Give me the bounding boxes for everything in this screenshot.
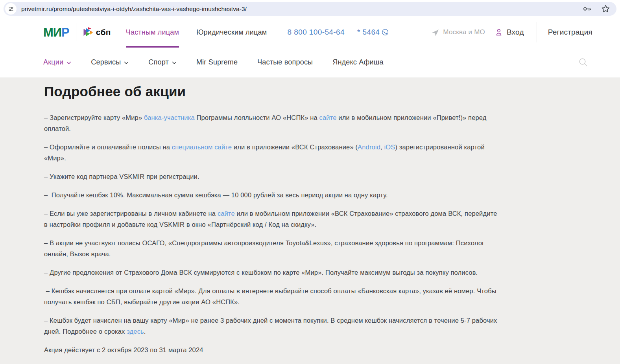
nav-item-label: Акции — [43, 58, 63, 66]
url-text: privetmir.ru/promo/puteshestviya-i-otdyh… — [21, 6, 247, 13]
nav-item-servisy[interactable]: Сервисы — [91, 58, 129, 66]
city-selector[interactable]: Москва и МО — [431, 28, 485, 37]
nav-item-sport[interactable]: Спорт — [148, 58, 177, 66]
inline-link[interactable]: банка-участника — [144, 114, 195, 121]
nav-item-label: Яндекс Афиша — [332, 58, 383, 66]
promo-paragraph: – Зарегистрируйте карту «Мир» банка-учас… — [44, 112, 502, 134]
search-button[interactable] — [578, 57, 589, 68]
phone-circle-icon — [382, 29, 389, 36]
paragraph-text: Программы лояльности АО «НСПК» на — [195, 114, 319, 121]
header-divider — [537, 22, 537, 42]
tab-legal-entities[interactable]: Юридическим лицам — [196, 18, 267, 47]
user-icon — [495, 28, 503, 37]
paragraph-text: – Если вы уже зарегистрированы в личном … — [44, 210, 218, 217]
promo-paragraph: – Кешбэк начисляется при оплате картой «… — [44, 285, 502, 307]
paragraph-text: – Кешбэк начисляется при оплате картой «… — [44, 287, 498, 305]
main-nav: АкцииСервисыСпортMir SupremeЧастые вопро… — [0, 47, 620, 77]
nav-item-label: Частые вопросы — [257, 58, 313, 66]
chevron-down-icon — [66, 61, 71, 64]
paragraph-text: или в приложении «ВСК Страхование» ( — [232, 143, 358, 151]
browser-chrome: privetmir.ru/promo/puteshestviya-i-otdyh… — [0, 0, 620, 18]
paragraph-text: – Оформляйте и оплачивайте полисы на — [44, 143, 172, 151]
nav-item-chastye-voprosy[interactable]: Частые вопросы — [257, 58, 313, 66]
login-label: Вход — [507, 28, 524, 37]
paragraph-text: – Укажите код партнера VSKMIR при регист… — [44, 173, 199, 180]
mir-logo-text: МИ — [43, 26, 61, 39]
sbp-logo-text: сбп — [96, 28, 111, 37]
mir-logo[interactable]: МИР — [43, 26, 69, 39]
audience-tabs: Частным лицамЮридическим лицам — [126, 18, 267, 47]
inline-link[interactable]: сайте — [319, 114, 337, 121]
address-bar[interactable]: privetmir.ru/promo/puteshestviya-i-otdyh… — [4, 2, 616, 16]
chevron-down-icon — [124, 61, 129, 64]
promo-paragraph: – В акции не участвуют полисы ОСАГО, «Сп… — [44, 237, 502, 259]
nav-item-label: Спорт — [148, 58, 169, 66]
nav-item-yandex-afisha[interactable]: Яндекс Афиша — [332, 58, 383, 66]
promo-paragraph: – Укажите код партнера VSKMIR при регист… — [44, 171, 502, 182]
promo-paragraph: – Получайте кешбэк 10%. Максимальная сум… — [44, 189, 502, 200]
chevron-down-icon — [172, 61, 177, 64]
register-link[interactable]: Регистрация — [548, 28, 592, 37]
search-icon — [578, 57, 589, 68]
nav-item-label: Сервисы — [91, 58, 121, 66]
paragraph-text: . — [144, 328, 146, 335]
sbp-logo-icon — [83, 26, 95, 38]
login-button[interactable]: Вход — [495, 28, 524, 37]
paragraph-text: – Другие предложения от Страхового Дома … — [44, 269, 478, 276]
inline-link[interactable]: сайте — [218, 210, 235, 217]
promo-validity: Акция действует с 2 октября 2023 по 31 м… — [44, 344, 502, 355]
promo-paragraph: – Другие предложения от Страхового Дома … — [44, 267, 502, 278]
inline-link[interactable]: Android — [358, 143, 380, 151]
nav-item-akcii[interactable]: Акции — [43, 58, 71, 66]
promo-content: Подробнее об акции – Зарегистрируйте кар… — [0, 77, 620, 364]
page-title: Подробнее об акции — [44, 84, 577, 99]
paragraph-text: – Зарегистрируйте карту «Мир» — [44, 114, 144, 121]
city-label: Москва и МО — [443, 28, 485, 36]
site-settings-icon[interactable] — [5, 3, 17, 15]
location-arrow-icon — [431, 28, 439, 37]
inline-link[interactable]: iOS — [384, 143, 395, 151]
promo-paragraph: – Кешбэк будет начислен на вашу карту «М… — [44, 315, 502, 337]
tab-private-clients[interactable]: Частным лицам — [126, 18, 179, 47]
promo-paragraph: – Оформляйте и оплачивайте полисы на спе… — [44, 142, 502, 164]
logo-divider — [76, 23, 76, 41]
paragraph-text: – В акции не участвуют полисы ОСАГО, «Сп… — [44, 239, 486, 257]
phone-number-link[interactable]: 8 800 100-54-64 — [288, 28, 345, 37]
inline-link[interactable]: здесь — [127, 328, 144, 335]
paragraph-text: – Кешбэк будет начислен на вашу карту «М… — [44, 317, 499, 335]
inline-link[interactable]: специальном сайте — [172, 143, 232, 151]
site-header: МИР сбп Частным лицамЮридическим лицам 8… — [0, 18, 620, 47]
sbp-logo[interactable]: сбп — [83, 26, 111, 38]
promo-paragraph: – Если вы уже зарегистрированы в личном … — [44, 208, 502, 230]
short-phone-link[interactable]: * 5464 — [357, 28, 389, 37]
nav-item-label: Mir Supreme — [196, 58, 238, 66]
password-key-icon[interactable] — [583, 4, 592, 13]
promo-paragraphs: – Зарегистрируйте карту «Мир» банка-учас… — [44, 112, 577, 337]
bookmark-star-icon[interactable] — [601, 4, 610, 13]
nav-item-mir-supreme[interactable]: Mir Supreme — [196, 58, 238, 66]
paragraph-text: – Получайте кешбэк 10%. Максимальная сум… — [44, 191, 388, 199]
